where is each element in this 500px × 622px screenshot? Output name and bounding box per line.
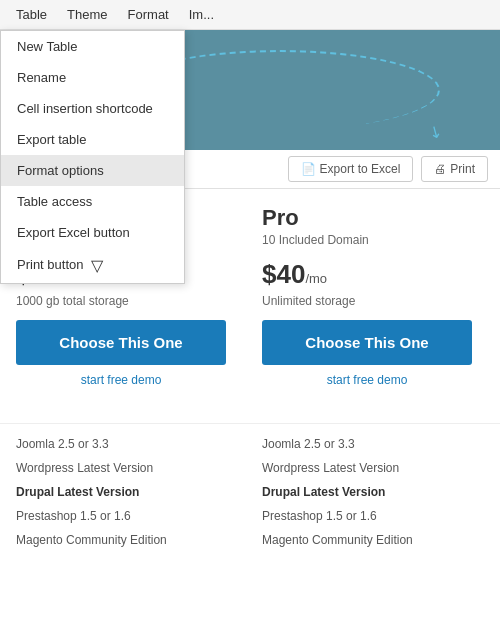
plus-choose-button[interactable]: Choose This One bbox=[16, 320, 226, 365]
pro-plan-storage: Unlimited storage bbox=[262, 294, 472, 308]
print-button[interactable]: 🖨 Print bbox=[421, 156, 488, 182]
menu-theme[interactable]: Theme bbox=[59, 3, 115, 26]
pro-choose-button[interactable]: Choose This One bbox=[262, 320, 472, 365]
export-to-excel-button[interactable]: 📄 Export to Excel bbox=[288, 156, 414, 182]
pro-price-period: /mo bbox=[305, 271, 327, 286]
menu-format[interactable]: Format bbox=[120, 3, 177, 26]
plus-feature-3: Drupal Latest Version bbox=[16, 480, 238, 504]
dropdown-export-table[interactable]: Export table bbox=[1, 124, 184, 155]
cursor-pointer-icon: ▽ bbox=[91, 257, 103, 274]
pro-plan-name: Pro bbox=[262, 205, 472, 231]
dropdown-menu: New Table Rename Cell insertion shortcod… bbox=[0, 30, 185, 284]
pro-price-amount: $40 bbox=[262, 259, 305, 289]
dropdown-format-options[interactable]: Format options bbox=[1, 155, 184, 186]
pro-feature-5: Magento Community Edition bbox=[262, 528, 484, 552]
menu-import[interactable]: Im... bbox=[181, 3, 222, 26]
plus-feature-5: Magento Community Edition bbox=[16, 528, 238, 552]
menu-bar: Table Theme Format Im... bbox=[0, 0, 500, 30]
features-section: Joomla 2.5 or 3.3 Wordpress Latest Versi… bbox=[0, 423, 500, 560]
plus-plan-storage: 1000 gb total storage bbox=[16, 294, 226, 308]
plus-demo-link[interactable]: start free demo bbox=[16, 373, 226, 387]
excel-icon: 📄 bbox=[301, 162, 316, 176]
plus-features-col: Joomla 2.5 or 3.3 Wordpress Latest Versi… bbox=[12, 432, 242, 552]
dropdown-export-excel-btn[interactable]: Export Excel button bbox=[1, 217, 184, 248]
pro-demo-link[interactable]: start free demo bbox=[262, 373, 472, 387]
arrow-end-icon: ↘ bbox=[425, 120, 446, 143]
pro-features-col: Joomla 2.5 or 3.3 Wordpress Latest Versi… bbox=[242, 432, 488, 552]
pro-feature-2: Wordpress Latest Version bbox=[262, 456, 484, 480]
pro-feature-4: Prestashop 1.5 or 1.6 bbox=[262, 504, 484, 528]
plus-feature-4: Prestashop 1.5 or 1.6 bbox=[16, 504, 238, 528]
pro-plan-domains: 10 Included Domain bbox=[262, 233, 472, 247]
dropdown-print-btn[interactable]: Print button ▽ bbox=[1, 248, 184, 283]
plus-feature-1: Joomla 2.5 or 3.3 bbox=[16, 432, 238, 456]
dropdown-cell-shortcode[interactable]: Cell insertion shortcode bbox=[1, 93, 184, 124]
pro-feature-1: Joomla 2.5 or 3.3 bbox=[262, 432, 484, 456]
menu-table[interactable]: Table bbox=[8, 3, 55, 26]
dropdown-new-table[interactable]: New Table bbox=[1, 31, 184, 62]
print-icon: 🖨 bbox=[434, 162, 446, 176]
pro-feature-3: Drupal Latest Version bbox=[262, 480, 484, 504]
dropdown-rename[interactable]: Rename bbox=[1, 62, 184, 93]
dropdown-table-access[interactable]: Table access bbox=[1, 186, 184, 217]
pro-card: Pro 10 Included Domain $40/mo Unlimited … bbox=[242, 205, 488, 419]
plus-feature-2: Wordpress Latest Version bbox=[16, 456, 238, 480]
pro-plan-price: $40/mo bbox=[262, 259, 472, 290]
